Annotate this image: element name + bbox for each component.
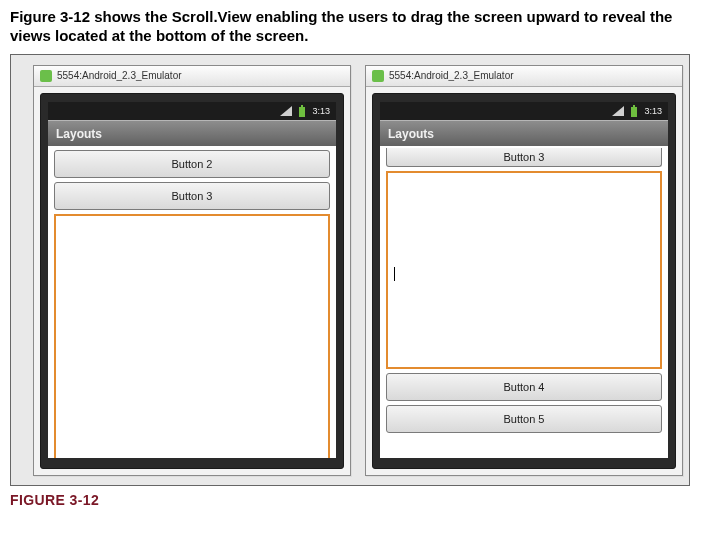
emulator-titlebar[interactable]: 5554:Android_2.3_Emulator (366, 66, 682, 87)
emulator-window-right: 5554:Android_2.3_Emulator 3:13 Layouts (365, 65, 683, 476)
svg-rect-1 (299, 107, 305, 117)
app-title: Layouts (56, 127, 102, 141)
emulator-titlebar[interactable]: 5554:Android_2.3_Emulator (34, 66, 350, 87)
app-title-bar: Layouts (380, 120, 668, 148)
button-2[interactable]: Button 2 (54, 150, 330, 178)
button-3[interactable]: Button 3 (54, 182, 330, 210)
battery-icon (298, 105, 306, 117)
scrollview-content[interactable]: Button 2 Button 3 (48, 146, 336, 458)
figure-area: 5554:Android_2.3_Emulator 3:13 Layouts (10, 54, 690, 486)
app-title: Layouts (388, 127, 434, 141)
button-5[interactable]: Button 5 (386, 405, 662, 433)
battery-icon (630, 105, 638, 117)
status-time: 3:13 (312, 106, 330, 116)
text-cursor (394, 267, 395, 281)
android-icon (40, 70, 52, 82)
status-bar: 3:13 (380, 102, 668, 120)
button-4[interactable]: Button 4 (386, 373, 662, 401)
button-3[interactable]: Button 3 (386, 148, 662, 167)
phone-frame: 3:13 Layouts Button 2 Button 3 (40, 93, 344, 469)
edit-text-field[interactable] (54, 214, 330, 458)
status-time: 3:13 (644, 106, 662, 116)
caption-line: Figure 3-12 shows the Scroll.View enabli… (10, 8, 672, 25)
caption-line: views located at the bottom of the scree… (10, 27, 308, 44)
figure-caption: Figure 3-12 shows the Scroll.View enabli… (10, 8, 710, 46)
status-bar: 3:13 (48, 102, 336, 120)
android-icon (372, 70, 384, 82)
svg-rect-5 (633, 105, 635, 107)
window-title: 5554:Android_2.3_Emulator (389, 70, 514, 81)
svg-marker-3 (612, 106, 624, 116)
window-title: 5554:Android_2.3_Emulator (57, 70, 182, 81)
phone-frame: 3:13 Layouts Button 3 Button 4 Button 5 (372, 93, 676, 469)
phone-screen[interactable]: 3:13 Layouts Button 2 Button 3 (48, 102, 336, 458)
emulator-window-left: 5554:Android_2.3_Emulator 3:13 Layouts (33, 65, 351, 476)
app-title-bar: Layouts (48, 120, 336, 148)
scrollview-content[interactable]: Button 3 Button 4 Button 5 (380, 146, 668, 458)
svg-rect-2 (301, 105, 303, 107)
figure-label: FIGURE 3-12 (10, 492, 710, 508)
phone-screen[interactable]: 3:13 Layouts Button 3 Button 4 Button 5 (380, 102, 668, 458)
svg-marker-0 (280, 106, 292, 116)
svg-rect-4 (631, 107, 637, 117)
signal-icon (612, 106, 624, 116)
signal-icon (280, 106, 292, 116)
edit-text-field[interactable] (386, 171, 662, 369)
